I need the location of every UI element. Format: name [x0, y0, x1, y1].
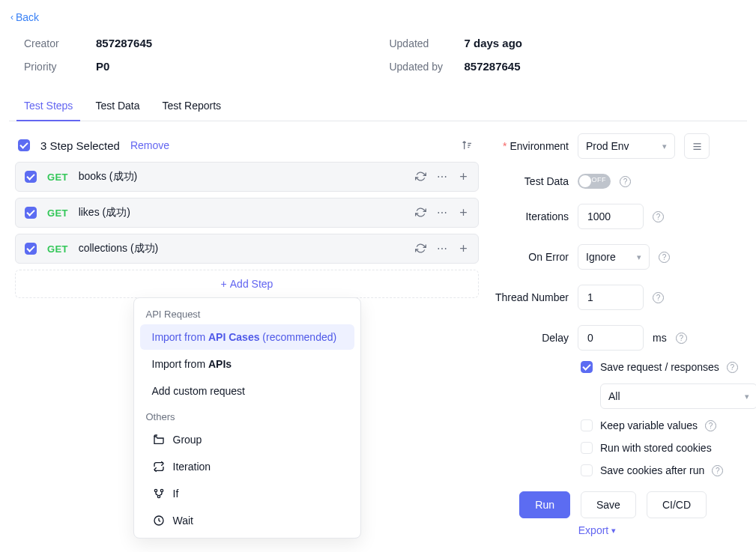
on-error-select[interactable]: Ignore ▾	[578, 244, 650, 270]
sync-icon[interactable]	[415, 207, 426, 219]
dropdown-if[interactable]: If	[140, 481, 354, 506]
test-step-row[interactable]: GET collections (成功) ⋯	[15, 234, 479, 264]
save-request-scope-select[interactable]: All ▾	[600, 383, 756, 409]
priority-label: Priority	[24, 61, 82, 73]
sync-icon[interactable]	[415, 243, 426, 255]
iterations-input[interactable]	[586, 210, 635, 223]
help-icon[interactable]: ?	[653, 292, 664, 303]
delay-label: Delay	[488, 332, 569, 344]
updated-label: Updated	[389, 37, 450, 49]
priority-value: P0	[96, 60, 109, 73]
dropdown-import-api-cases[interactable]: Import from API Cases (recommended)	[140, 324, 354, 350]
cicd-button[interactable]: CI/CD	[647, 491, 707, 518]
on-error-label: On Error	[488, 251, 569, 263]
selection-count: 3 Step Selected	[40, 139, 120, 152]
dropdown-section-others: Others	[134, 405, 360, 425]
test-data-label: Test Data	[488, 175, 569, 187]
meta-block: Creator 857287645 Priority P0 Updated 7 …	[24, 37, 747, 73]
chevron-down-icon: ▾	[611, 526, 616, 536]
tabs: Test Steps Test Data Test Reports	[9, 92, 747, 121]
save-request-checkbox[interactable]	[581, 361, 593, 373]
environment-select[interactable]: Prod Env ▾	[578, 133, 675, 159]
save-request-label: Save request / responses	[600, 361, 719, 373]
environment-label: Environment	[488, 140, 569, 152]
thread-number-input[interactable]	[586, 291, 635, 304]
dropdown-wait[interactable]: Wait	[140, 508, 354, 533]
save-cookies-label: Save cookies after run	[600, 464, 704, 476]
sort-icon[interactable]	[458, 136, 476, 154]
dropdown-group[interactable]: Group	[140, 427, 354, 452]
tab-test-reports[interactable]: Test Reports	[163, 92, 222, 121]
svg-point-1	[160, 489, 163, 491]
dropdown-section-api: API Request	[134, 303, 360, 323]
chevron-left-icon: ‹	[10, 12, 13, 22]
updated-by-value: 857287645	[464, 60, 520, 73]
add-step-button[interactable]: +Add Step API Request Import from API Ca…	[15, 270, 479, 298]
back-link[interactable]: ‹ Back	[10, 11, 39, 23]
add-step-dropdown: API Request Import from API Cases (recom…	[133, 297, 361, 539]
plus-icon: +	[221, 278, 227, 290]
updated-by-label: Updated by	[389, 61, 450, 73]
help-icon[interactable]: ?	[653, 211, 664, 222]
step-name: books (成功)	[79, 170, 138, 184]
help-icon[interactable]: ?	[712, 465, 723, 476]
stored-cookies-label: Run with stored cookies	[600, 442, 712, 454]
back-label: Back	[16, 11, 39, 23]
save-cookies-checkbox[interactable]	[581, 464, 593, 476]
thread-number-label: Thread Number	[488, 291, 569, 303]
help-icon[interactable]: ?	[659, 252, 670, 263]
chevron-down-icon: ▾	[745, 392, 749, 401]
http-method: GET	[47, 207, 68, 219]
svg-point-2	[157, 495, 160, 497]
help-icon[interactable]: ?	[705, 420, 716, 431]
test-data-toggle[interactable]: OFF	[578, 174, 611, 189]
delay-unit: ms	[653, 332, 667, 344]
tab-test-steps[interactable]: Test Steps	[24, 92, 73, 121]
creator-value: 857287645	[96, 37, 152, 49]
clock-icon	[152, 515, 166, 527]
more-icon[interactable]: ⋯	[437, 171, 447, 183]
step-name: likes (成功)	[79, 206, 130, 219]
dropdown-add-custom[interactable]: Add custom request	[140, 378, 354, 404]
remove-link[interactable]: Remove	[130, 139, 169, 151]
step-checkbox[interactable]	[25, 243, 37, 255]
step-checkbox[interactable]	[25, 171, 37, 183]
dropdown-iteration[interactable]: Iteration	[140, 454, 354, 479]
export-link[interactable]: Export ▾	[578, 524, 616, 536]
iteration-icon	[152, 461, 166, 473]
run-button[interactable]: Run	[519, 491, 570, 518]
branch-icon	[152, 488, 166, 500]
plus-icon[interactable]	[458, 243, 469, 255]
keep-variables-label: Keep variable values	[600, 419, 698, 431]
http-method: GET	[47, 172, 68, 183]
help-icon[interactable]: ?	[727, 362, 738, 373]
updated-value: 7 days ago	[464, 37, 522, 49]
dropdown-import-apis[interactable]: Import from APIs	[140, 351, 354, 377]
keep-variables-checkbox[interactable]	[581, 419, 593, 431]
stored-cookies-checkbox[interactable]	[581, 442, 593, 454]
svg-point-0	[154, 489, 157, 491]
sync-icon[interactable]	[415, 171, 426, 183]
iterations-label: Iterations	[488, 210, 569, 222]
plus-icon[interactable]	[458, 207, 469, 219]
chevron-down-icon: ▾	[662, 142, 667, 151]
help-icon[interactable]: ?	[676, 333, 687, 344]
http-method: GET	[47, 243, 68, 255]
test-step-row[interactable]: GET likes (成功) ⋯	[15, 198, 479, 228]
save-button[interactable]: Save	[581, 491, 636, 518]
select-all-checkbox[interactable]	[18, 139, 30, 151]
plus-icon[interactable]	[458, 171, 469, 183]
help-icon[interactable]: ?	[620, 176, 631, 187]
add-step-label: Add Step	[230, 278, 273, 290]
creator-label: Creator	[24, 37, 82, 49]
group-icon	[152, 434, 166, 446]
tab-test-data[interactable]: Test Data	[95, 92, 139, 121]
test-step-row[interactable]: GET books (成功) ⋯	[15, 162, 479, 192]
environment-list-button[interactable]	[684, 133, 710, 159]
step-checkbox[interactable]	[25, 207, 37, 219]
step-name: collections (成功)	[79, 242, 159, 255]
chevron-down-icon: ▾	[637, 252, 641, 262]
delay-input[interactable]	[586, 331, 635, 345]
more-icon[interactable]: ⋯	[437, 243, 447, 255]
more-icon[interactable]: ⋯	[437, 207, 447, 219]
